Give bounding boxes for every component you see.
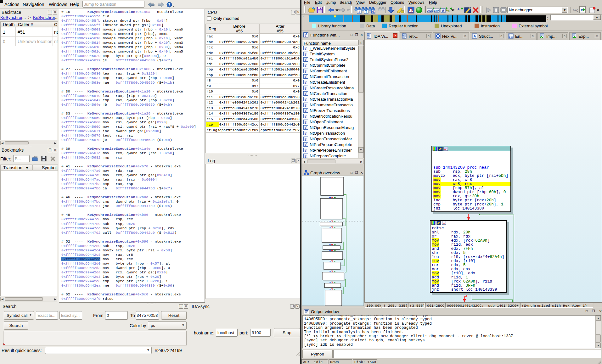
svg-text:*: * <box>457 7 460 14</box>
svg-text:DATA: DATA <box>434 10 439 12</box>
svg-text:A: A <box>474 34 476 38</box>
svg-text:CODE: CODE <box>427 10 433 12</box>
svg-text:101: 101 <box>370 10 375 14</box>
svg-text:#: # <box>358 10 360 14</box>
svg-text:T: T <box>365 10 367 14</box>
svg-text:↪c: ↪c <box>573 8 578 13</box>
svg-text:‘s: ‘s <box>446 8 450 13</box>
svg-text:A: A <box>442 9 444 13</box>
svg-text:c: c <box>581 8 583 12</box>
svg-text:?: ? <box>168 3 170 7</box>
